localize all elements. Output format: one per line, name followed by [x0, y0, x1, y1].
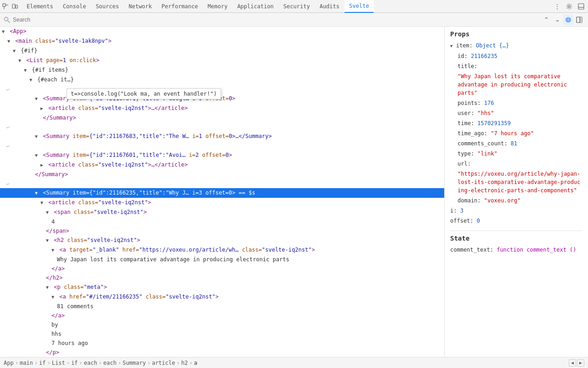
dom-line[interactable]: by	[0, 320, 444, 329]
dom-line[interactable]: ↵	[0, 122, 444, 132]
breadcrumb-each2[interactable]: each	[103, 360, 117, 366]
tab-memory[interactable]: Memory	[203, 0, 232, 13]
breadcrumb-scroll-right[interactable]: ▶	[577, 359, 584, 367]
prop-i: i: 3	[450, 207, 582, 215]
breadcrumb-if1[interactable]: if	[39, 360, 45, 366]
tab-application[interactable]: Application	[232, 0, 278, 13]
prop-type: type: "link"	[450, 150, 582, 158]
breadcrumb-bar: App › main › if › List › if › each › eac…	[0, 357, 588, 368]
triangle-icon	[51, 246, 56, 254]
svg-point-10	[566, 17, 571, 22]
dom-line[interactable]: </h2>	[0, 273, 444, 282]
dom-line[interactable]: 4	[0, 217, 444, 226]
triangle-icon	[46, 236, 51, 245]
dom-line[interactable]: <App>	[0, 27, 444, 36]
breadcrumb-scroll: ◀ ▶	[569, 359, 584, 367]
props-panel: Props ▼ item: Object {…} id: 21166235 ti…	[445, 27, 588, 357]
breadcrumb-summary[interactable]: Summary	[123, 360, 146, 366]
tab-sources[interactable]: Sources	[91, 0, 124, 13]
dom-line[interactable]: hhs	[0, 329, 444, 339]
breadcrumb-a[interactable]: a	[194, 360, 197, 366]
dom-line[interactable]: <span class="svelte-iq2nst">	[0, 207, 444, 217]
settings-icon[interactable]	[564, 1, 574, 12]
tab-network[interactable]: Network	[124, 0, 157, 13]
dock-icon[interactable]	[576, 1, 586, 12]
breadcrumb-main[interactable]: main	[20, 360, 33, 366]
dom-line[interactable]: 81 comments	[0, 302, 444, 311]
breadcrumb-list[interactable]: List	[52, 360, 65, 366]
inspect-icon[interactable]	[2, 3, 9, 10]
svg-rect-6	[578, 4, 584, 9]
dom-line[interactable]: <Summary item={"id":21167601,"title":"Av…	[0, 150, 444, 160]
svg-point-5	[568, 6, 570, 7]
dom-line[interactable]: </a>	[0, 264, 444, 273]
dom-line[interactable]: <a href="#/item/21166235" class="svelte-…	[0, 292, 444, 302]
dom-panel[interactable]: <App> <main class="svelte-1ak8npv"> {#if…	[0, 27, 445, 357]
tab-elements[interactable]: Elements	[22, 0, 58, 13]
search-next-button[interactable]: ⌄	[552, 15, 562, 25]
search-prev-button[interactable]: ⌃	[541, 15, 551, 25]
search-options-button[interactable]	[563, 15, 573, 25]
dom-line[interactable]: <h2 class="svelte-iq2nst">	[0, 236, 444, 245]
prop-id: id: 21166235	[450, 52, 582, 60]
search-input[interactable]	[13, 17, 105, 23]
dom-line[interactable]: ↵	[0, 141, 444, 150]
svg-rect-13	[580, 17, 582, 23]
more-tabs-icon[interactable]: ⋮	[552, 1, 562, 12]
tab-security[interactable]: Security	[279, 0, 315, 13]
breadcrumb-h2[interactable]: h2	[181, 360, 187, 366]
prop-domain: domain: "voxeu.org"	[450, 196, 582, 205]
dom-line[interactable]: <List page=1 on:click>	[0, 56, 444, 65]
breadcrumb-if2[interactable]: if	[71, 360, 78, 366]
dom-line[interactable]: <Summary item={"id":21167683,"title":"Th…	[0, 132, 444, 141]
dom-line[interactable]: <article class="svelte-iq2nst">…</articl…	[0, 104, 444, 113]
dom-line[interactable]: <article class="svelte-iq2nst">	[0, 198, 444, 207]
prop-url-value: "https://voxeu.org/article/why-japan-los…	[450, 170, 582, 195]
breadcrumb-scroll-left[interactable]: ◀	[569, 359, 576, 367]
breadcrumb-app[interactable]: App	[4, 360, 14, 366]
dom-line[interactable]: {#if}	[0, 46, 444, 56]
dom-line[interactable]: <a target="_blank" href="https://voxeu.o…	[0, 245, 444, 255]
tab-bar-end: ⋮	[552, 1, 586, 12]
dom-line[interactable]: {#each it…}	[0, 75, 444, 85]
dom-line[interactable]: <article class="svelte-iq2nst">…</articl…	[0, 160, 444, 170]
triangle-icon	[40, 161, 45, 169]
svg-rect-3	[12, 4, 15, 8]
tab-audits[interactable]: Audits	[315, 0, 345, 13]
tab-performance[interactable]: Performance	[157, 0, 203, 13]
prop-title-value: "Why Japan lost its comparative advantag…	[450, 72, 582, 97]
tab-svelte[interactable]: Svelte	[345, 0, 374, 13]
dom-line[interactable]: 7 hours ago	[0, 339, 444, 348]
dom-line[interactable]: <Summary item={"id":21167871,"title":"Go…	[0, 94, 444, 104]
dom-line[interactable]: </p>	[0, 348, 444, 357]
tab-console[interactable]: Console	[58, 0, 91, 13]
dom-line[interactable]: </Summary>	[0, 113, 444, 122]
svg-point-11	[567, 18, 570, 21]
tab-bar: Elements Console Sources Network Perform…	[0, 0, 588, 13]
triangle-icon	[29, 76, 34, 84]
dom-line[interactable]: </Summary>	[0, 170, 444, 179]
dom-line[interactable]: <main class="svelte-1ak8npv">	[0, 36, 444, 46]
dom-line[interactable]: ↵	[0, 179, 444, 188]
prop-item: ▼ item: Object {…}	[450, 41, 582, 50]
breadcrumb-each1[interactable]: each	[84, 360, 97, 366]
triangle-icon	[2, 28, 6, 36]
prop-offset: offset: 0	[450, 217, 582, 225]
dom-line[interactable]: ↵	[0, 85, 444, 94]
dom-line[interactable]: {#if items}	[0, 65, 444, 75]
triangle-icon	[40, 104, 45, 113]
dom-line[interactable]: <p class="meta">	[0, 282, 444, 292]
dom-line[interactable]: </a>	[0, 311, 444, 320]
search-bar-end: ⌃ ⌄	[541, 15, 584, 25]
main-layout: <App> <main class="svelte-1ak8npv"> {#if…	[0, 27, 588, 357]
device-icon[interactable]	[11, 3, 18, 10]
prop-comment-text: comment_text: function comment_text ()	[450, 246, 582, 254]
svg-rect-4	[16, 5, 17, 8]
dock-right-button[interactable]	[574, 15, 584, 25]
dom-line[interactable]: </span>	[0, 226, 444, 236]
dom-line[interactable]: Why Japan lost its comparative advantage…	[0, 255, 444, 264]
dom-line-selected[interactable]: <Summary item={"id":21166235,"title":"Wh…	[0, 188, 444, 198]
triangle-icon	[13, 47, 17, 55]
breadcrumb-article[interactable]: article	[152, 360, 175, 366]
search-icon	[4, 17, 10, 23]
